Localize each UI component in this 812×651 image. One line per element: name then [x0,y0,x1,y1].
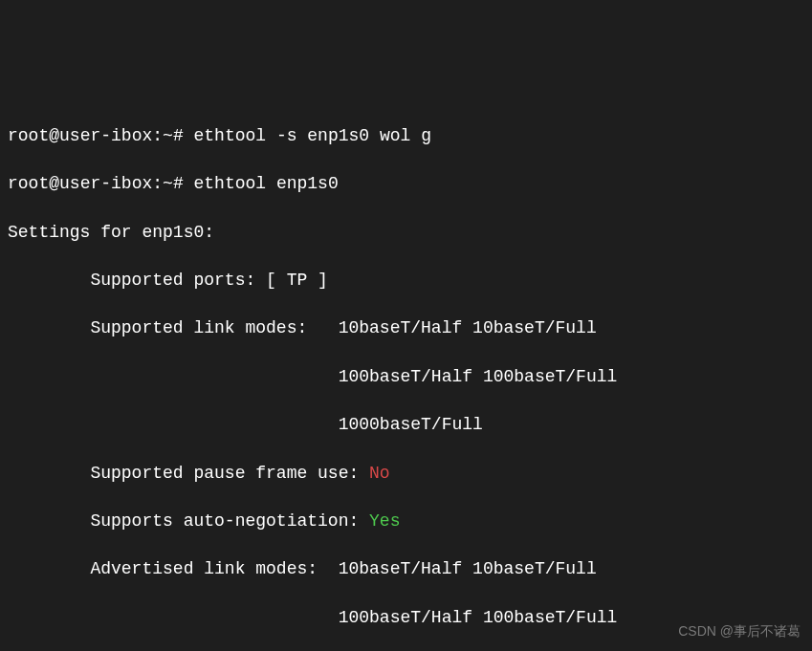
watermark: CSDN @事后不诸葛 [678,622,801,641]
prompt-path: ~ [163,174,173,193]
supported-ports: Supported ports: [ TP ] [8,269,804,293]
terminal-output: root@user-ibox:~# ethtool -s enp1s0 wol … [8,100,804,651]
prompt-line-1: root@user-ibox:~# ethtool -s enp1s0 wol … [8,124,804,148]
command-1: ethtool -s enp1s0 wol g [194,126,431,145]
settings-header: Settings for enp1s0: [8,221,804,245]
supported-link-modes-1: Supported link modes: 10baseT/Half 10bas… [8,316,804,340]
supports-auto-neg: Supports auto-negotiation: Yes [8,510,804,533]
supports-auto-neg-label: Supports auto-negotiation: [8,511,369,531]
command-2: ethtool enp1s0 [194,174,339,193]
prompt-line-2: root@user-ibox:~# ethtool enp1s0 [8,172,804,196]
prompt-user: root [8,174,49,193]
prompt-symbol: # [173,126,184,145]
supported-link-modes-2: 100baseT/Half 100baseT/Full [8,365,804,389]
prompt-host: user-ibox [59,174,152,193]
supported-pause-label: Supported pause frame use: [8,464,369,483]
supports-auto-neg-value: Yes [369,511,400,531]
supported-pause-value: No [369,464,390,483]
prompt-symbol: # [173,174,184,193]
prompt-user: root [8,126,49,145]
supported-link-modes-3: 1000baseT/Full [8,413,804,437]
prompt-host: user-ibox [59,126,152,145]
supported-pause: Supported pause frame use: No [8,462,804,486]
advertised-link-modes-1: Advertised link modes: 10baseT/Half 10ba… [8,557,804,581]
prompt-path: ~ [163,126,173,145]
